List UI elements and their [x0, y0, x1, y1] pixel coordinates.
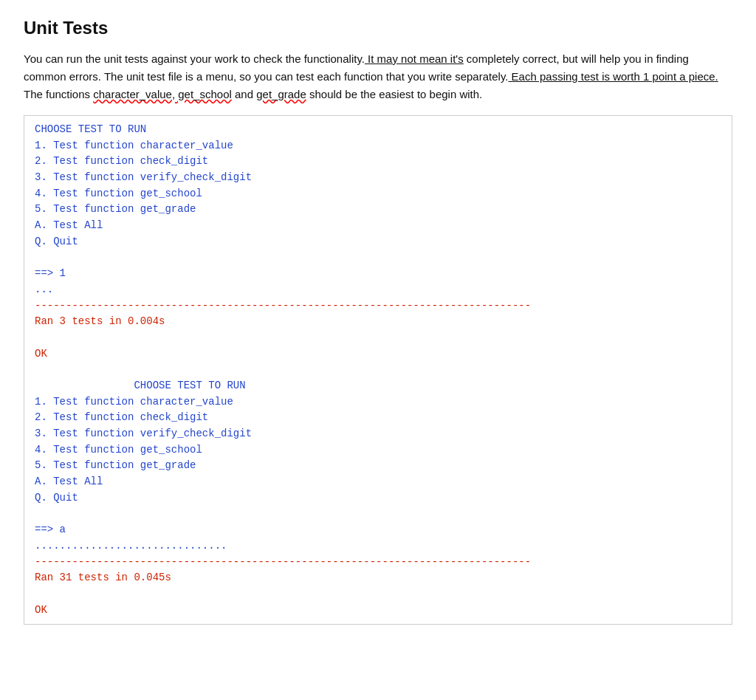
terminal1-menu-q: Q. Quit — [35, 234, 721, 250]
terminal1-menu-2: 2. Test function check_digit — [35, 154, 721, 170]
description: You can run the unit tests against your … — [24, 50, 732, 103]
terminal1-menu-1: 1. Test function character_value — [35, 138, 721, 154]
terminal2-header: CHOOSE TEST TO RUN — [35, 378, 721, 394]
terminal1-menu-3: 3. Test function verify_check_digit — [35, 170, 721, 186]
terminal1-dots: ... — [35, 282, 721, 298]
terminal2-ran: Ran 31 tests in 0.045s — [35, 570, 721, 586]
terminal1-blank — [35, 250, 721, 267]
terminal2-prompt: ==> a — [35, 522, 721, 538]
terminal2-menu-3: 3. Test function verify_check_digit — [35, 426, 721, 442]
terminal2-blank2 — [35, 586, 721, 603]
terminal-block-1: CHOOSE TEST TO RUN 1. Test function char… — [24, 115, 732, 625]
terminal2-menu-5: 5. Test function get_grade — [35, 458, 721, 474]
terminal1-separator: ----------------------------------------… — [35, 298, 721, 315]
terminal1-result: OK — [35, 346, 721, 363]
terminal2-result: OK — [35, 603, 721, 619]
terminal2-dots: ............................... — [35, 538, 721, 555]
page-title: Unit Tests — [24, 18, 732, 38]
terminal1-menu-a: A. Test All — [35, 218, 721, 234]
terminal1-blank2 — [35, 330, 721, 346]
terminal1-prompt: ==> 1 — [35, 266, 721, 282]
terminal1-menu-4: 4. Test function get_school — [35, 186, 721, 202]
terminal2-blank — [35, 507, 721, 523]
terminal1-ran: Ran 3 tests in 0.004s — [35, 314, 721, 330]
terminal1-menu-5: 5. Test function get_grade — [35, 202, 721, 218]
terminal2-menu-4: 4. Test function get_school — [35, 442, 721, 459]
terminal2-menu-2: 2. Test function check_digit — [35, 410, 721, 426]
terminal1-blank3 — [35, 362, 721, 378]
terminal2-menu-a: A. Test All — [35, 474, 721, 490]
terminal2-menu-q: Q. Quit — [35, 490, 721, 507]
terminal2-menu-1: 1. Test function character_value — [35, 394, 721, 411]
terminal2-separator: ----------------------------------------… — [35, 555, 721, 571]
terminal1-header: CHOOSE TEST TO RUN — [35, 122, 721, 138]
